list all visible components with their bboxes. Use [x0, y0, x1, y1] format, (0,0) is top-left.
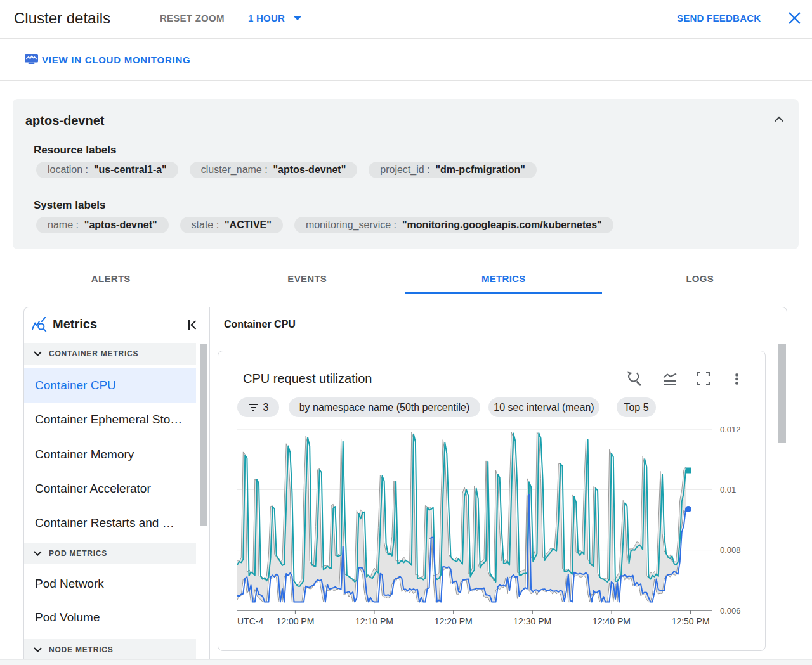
svg-text:12:30 PM: 12:30 PM [513, 616, 551, 626]
svg-text:0.01: 0.01 [720, 485, 736, 494]
svg-text:12:00 PM: 12:00 PM [276, 616, 314, 626]
svg-text:0.012: 0.012 [720, 425, 741, 434]
svg-text:UTC-4: UTC-4 [237, 616, 263, 626]
svg-text:12:20 PM: 12:20 PM [435, 616, 473, 626]
svg-text:0.006: 0.006 [720, 606, 741, 616]
svg-text:12:10 PM: 12:10 PM [355, 616, 393, 626]
svg-text:0.008: 0.008 [720, 545, 741, 555]
svg-text:12:50 PM: 12:50 PM [672, 616, 710, 626]
svg-text:12:40 PM: 12:40 PM [593, 616, 631, 626]
